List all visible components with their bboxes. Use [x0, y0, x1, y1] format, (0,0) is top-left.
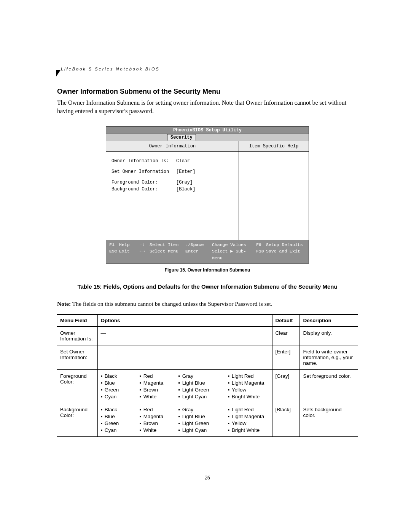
- opt-item: Light Blue: [178, 414, 220, 419]
- page-number: 26: [57, 475, 358, 481]
- opt-item: Light Red: [228, 373, 269, 379]
- bios-field-label: Background Color:: [112, 187, 176, 192]
- opt-item: Black: [101, 407, 131, 412]
- bios-title: PhoenixBIOS Setup Utility: [106, 127, 309, 134]
- opt-item: Light Magenta: [228, 380, 269, 386]
- opt-item: Light Red: [228, 407, 269, 412]
- th-options: Options: [97, 315, 272, 326]
- bios-hint-change-values: Change Values: [212, 241, 256, 248]
- opt-item: Gray: [178, 407, 220, 412]
- cell-options: Black Blue Green Cyan Red Magenta Brown …: [97, 369, 272, 403]
- cell-menu: Owner Information Is:: [57, 326, 97, 345]
- opt-item: White: [140, 427, 170, 433]
- cell-options: —: [97, 326, 272, 345]
- note-paragraph: Note: The fields on this submenu cannot …: [57, 300, 358, 307]
- opt-item: Bright White: [228, 427, 269, 433]
- bios-row: Set Owner Information [Enter]: [112, 169, 233, 174]
- table-caption: Table 15: Fields, Options and Defaults f…: [57, 283, 358, 290]
- bios-panel-title: Owner Information: [106, 141, 239, 152]
- opt-item: Yellow: [228, 420, 269, 426]
- cell-options: Black Blue Green Cyan Red Magenta Brown …: [97, 403, 272, 436]
- bios-field-label: Foreground Color:: [112, 180, 176, 185]
- bios-hint-select-submenu: Select ▶ Sub-Menu: [212, 248, 256, 261]
- opt-item: Light Cyan: [178, 394, 220, 399]
- cell-menu: Background Color:: [57, 403, 97, 436]
- bios-key-enter: Enter: [185, 248, 212, 261]
- cell-default: [Enter]: [272, 345, 300, 369]
- bios-hint-setup-defaults: Setup Defaults: [266, 242, 303, 247]
- bios-key-f1: F1: [109, 241, 119, 248]
- th-description: Description: [300, 315, 358, 326]
- table-row: Background Color: Black Blue Green Cyan …: [57, 403, 358, 436]
- bios-hint-help: Help: [119, 242, 130, 247]
- opt-item: Brown: [140, 420, 170, 426]
- table-row: Owner Information Is: — Clear Display on…: [57, 326, 358, 345]
- bios-row: Owner Information Is: Clear: [112, 158, 233, 164]
- opt-item: Light Green: [178, 420, 220, 426]
- bios-key-f10: F10: [256, 248, 266, 254]
- running-head: LifeBook S Series Notebook BIOS: [57, 65, 358, 73]
- bios-key-space: -/Space: [185, 241, 212, 248]
- cell-description: Sets background color.: [300, 403, 358, 436]
- opt-item: Light Green: [178, 387, 220, 393]
- bios-field-value: [Black]: [176, 187, 195, 192]
- opt-item: White: [140, 394, 170, 399]
- cell-description: Display only.: [300, 326, 358, 345]
- bios-hint-save-exit: Save and Exit: [266, 249, 300, 254]
- bios-key-esc: ESC: [109, 248, 119, 254]
- table-row: Foreground Color: Black Blue Green Cyan …: [57, 369, 358, 403]
- bios-screenshot: PhoenixBIOS Setup Utility Security Owner…: [106, 126, 309, 264]
- cell-default: Clear: [272, 326, 300, 345]
- opt-item: Blue: [101, 414, 131, 419]
- cell-menu: Foreground Color:: [57, 369, 97, 403]
- bios-tabbar: Security: [106, 134, 309, 141]
- bios-field-label: Set Owner Information: [112, 169, 176, 174]
- cell-description: Set foreground color.: [300, 369, 358, 403]
- bios-row: Foreground Color: [Gray]: [112, 180, 233, 185]
- opt-item: Black: [101, 373, 131, 379]
- bios-row: Background Color: [Black]: [112, 187, 233, 192]
- th-menu-field: Menu Field: [57, 315, 97, 326]
- opt-item: Cyan: [101, 427, 131, 433]
- bios-footer: F1Help ↑↓Select Item -/Space Change Valu…: [106, 240, 309, 263]
- opt-item: Green: [101, 420, 131, 426]
- bios-hint-exit: Exit: [119, 249, 130, 254]
- intro-paragraph: The Owner Information Submenu is for set…: [57, 99, 358, 115]
- cell-options: —: [97, 345, 272, 369]
- opt-item: Yellow: [228, 387, 269, 393]
- bios-field-value: Clear: [176, 158, 190, 164]
- cell-description: Field to write owner information, e.g., …: [300, 345, 358, 369]
- opt-item: Light Magenta: [228, 414, 269, 419]
- opt-item: Magenta: [140, 414, 170, 419]
- bios-hint-select-menu: Select Menu: [150, 249, 178, 254]
- opt-item: Green: [101, 387, 131, 393]
- opt-item: Gray: [178, 373, 220, 379]
- opt-item: Brown: [140, 387, 170, 393]
- cell-menu: Set Owner Information:: [57, 345, 97, 369]
- opt-item: Red: [140, 407, 170, 412]
- fields-table: Menu Field Options Default Description O…: [57, 314, 358, 437]
- note-label: Note:: [57, 300, 71, 307]
- bios-key-leftright: ←→: [140, 248, 150, 254]
- opt-item: Light Cyan: [178, 427, 220, 433]
- cell-default: [Gray]: [272, 369, 300, 403]
- opt-item: Light Blue: [178, 380, 220, 386]
- opt-item: Bright White: [228, 394, 269, 399]
- bios-field-value: [Enter]: [176, 169, 195, 174]
- section-title: Owner Information Submenu of the Securit…: [57, 88, 358, 96]
- bios-help-title: Item Specific Help: [239, 141, 309, 152]
- bios-tab-security: Security: [167, 134, 196, 141]
- corner-mark: [56, 70, 61, 77]
- th-default: Default: [272, 315, 300, 326]
- note-text: The fields on this submenu cannot be cha…: [71, 300, 272, 307]
- cell-default: [Black]: [272, 403, 300, 436]
- bios-hint-select-item: Select Item: [150, 242, 178, 247]
- bios-key-updown: ↑↓: [140, 241, 150, 248]
- opt-item: Red: [140, 373, 170, 379]
- opt-item: Magenta: [140, 380, 170, 386]
- bios-key-f9: F9: [256, 241, 266, 248]
- table-row: Set Owner Information: — [Enter] Field t…: [57, 345, 358, 369]
- opt-item: Cyan: [101, 394, 131, 399]
- bios-field-value: [Gray]: [176, 180, 193, 185]
- bios-field-label: Owner Information Is:: [112, 158, 176, 164]
